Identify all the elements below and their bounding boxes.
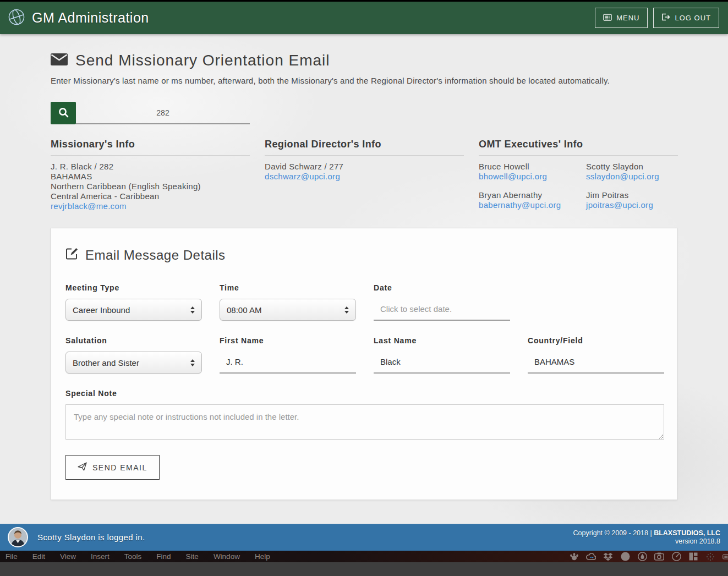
country-field-label: Country/Field [528,336,664,345]
omt-person-email-link[interactable]: bhowell@upci.org [479,172,547,181]
meeting-type-value: Career Inbound [73,305,130,315]
omt-person-email-link[interactable]: babernathy@upci.org [479,200,561,210]
bottom-gray-strip [0,562,728,576]
missionary-name-line: J. R. Black / 282 [51,162,250,172]
last-name-label: Last Name [374,336,510,345]
copyright-company: BLAXSTUDIOS, LLC [654,529,720,537]
meeting-type-select[interactable]: Career Inbound [65,299,202,321]
time-field: Time 08:00 AM [220,283,356,321]
os-menu-find[interactable]: Find [156,552,171,561]
missionary-info-lines: J. R. Black / 282 BAHAMAS Northern Carib… [51,162,250,211]
header-actions: MENU LOG OUT [595,8,719,28]
date-field: Date [374,283,510,321]
missionary-area-line: Central America - Caribbean [51,191,250,201]
paper-plane-icon [78,462,87,473]
missionary-region-line: Northern Caribbean (English Speaking) [51,182,250,191]
omt-person: Scotty Slaydon sslaydon@upci.org [586,162,678,182]
salutation-select[interactable]: Brother and Sister [65,352,202,374]
special-note-label: Special Note [65,389,664,398]
os-menu-window[interactable]: Window [214,552,240,561]
os-menu-insert[interactable]: Insert [91,552,110,561]
page-title: Send Missionary Orientation Email [51,52,677,69]
missionary-country-line: BAHAMAS [51,172,250,182]
missionary-email-link[interactable]: revjrblack@me.com [51,201,127,211]
salutation-label: Salutation [65,336,202,345]
omt-person-name: Bruce Howell [479,162,586,172]
time-select[interactable]: 08:00 AM [220,299,356,321]
select-arrows-icon [344,306,349,314]
circle-icon[interactable] [620,552,630,562]
brand: GM Administration [7,7,149,29]
omt-person-name: Scotty Slaydon [586,162,678,172]
last-name-input[interactable] [374,352,510,374]
missionary-info-section: Missionary's Info J. R. Black / 282 BAHA… [51,139,250,211]
logout-button[interactable]: LOG OUT [653,8,719,28]
os-menu-site[interactable]: Site [186,552,199,561]
window-tiles-icon[interactable] [688,552,698,562]
salutation-field: Salutation Brother and Sister [65,336,202,374]
dropbox-icon[interactable] [603,552,613,562]
os-menus: File Edit View Insert Tools Find Site Wi… [0,552,270,561]
omt-person-email-link[interactable]: jpoitras@upci.org [586,200,653,210]
paw-icon[interactable] [569,552,579,562]
select-arrows-icon [190,359,195,366]
regional-director-section: Regional Director's Info David Schwarz /… [265,139,464,211]
missionary-info-heading: Missionary's Info [51,139,250,156]
first-name-label: First Name [220,336,356,345]
os-menu-help[interactable]: Help [255,552,270,561]
os-menu-bar: File Edit View Insert Tools Find Site Wi… [0,551,728,562]
salutation-value: Brother and Sister [73,358,139,367]
sparkle-icon[interactable] [705,552,715,562]
date-input[interactable] [374,299,510,321]
search-input[interactable] [76,102,250,124]
first-name-field: First Name [220,336,356,374]
app-header: GM Administration MENU LOG OUT [0,2,728,34]
send-email-button[interactable]: SEND EMAIL [65,455,160,480]
email-details-panel: Email Message Details Meeting Type Caree… [51,228,677,500]
country-field-input[interactable] [528,352,664,374]
os-menu-tools[interactable]: Tools [124,552,142,561]
regional-director-lines: David Schwarz / 277 dschwarz@upci.org [265,162,464,182]
search-icon [58,107,69,120]
first-name-input[interactable] [220,352,356,374]
user-avatar [8,527,28,547]
search-button[interactable] [51,102,76,124]
logged-in-text: Scotty Slaydon is logged in. [37,533,145,542]
envelope-icon [51,52,68,69]
email-form: Meeting Type Career Inbound Time 08:00 A… [65,283,663,442]
omt-person-name: Bryan Abernathy [479,190,586,200]
edit-icon [65,247,79,264]
instructions-text: Enter Missionary's last name or ms numbe… [51,76,677,85]
battery-icon[interactable] [722,552,728,562]
time-value: 08:00 AM [227,305,261,315]
menu-list-icon [603,14,612,23]
send-email-label: SEND EMAIL [92,463,147,472]
regional-director-email-link[interactable]: dschwarz@upci.org [265,172,340,181]
omt-executives-grid: Bruce Howell bhowell@upci.org Scotty Sla… [479,162,678,210]
os-menu-view[interactable]: View [60,552,76,561]
omt-person: Bruce Howell bhowell@upci.org [479,162,586,182]
omt-person: Jim Poitras jpoitras@upci.org [586,190,678,210]
special-note-field: Special Note [65,389,664,442]
creative-cloud-icon[interactable] [586,552,596,562]
version-text: version 2018.8 [573,537,720,546]
date-label: Date [374,283,510,292]
omt-person: Bryan Abernathy babernathy@upci.org [479,190,586,210]
menu-button[interactable]: MENU [595,8,648,28]
globe-logo-icon [7,7,26,29]
meeting-type-field: Meeting Type Career Inbound [65,283,202,321]
special-note-textarea[interactable] [65,404,664,440]
omt-person-name: Jim Poitras [586,190,678,200]
country-field: Country/Field [528,336,664,374]
gauge-icon[interactable] [671,552,681,562]
os-menu-file[interactable]: File [6,552,18,561]
omt-person-email-link[interactable]: sslaydon@upci.org [586,172,659,181]
droplet-icon[interactable] [637,552,647,562]
os-menu-edit[interactable]: Edit [32,552,45,561]
omt-executives-heading: OMT Executives' Info [479,139,678,156]
page-content: Send Missionary Orientation Email Enter … [0,34,728,524]
copyright-prefix: Copyright © 2009 - 2018 | [573,529,654,537]
footer-copyright: Copyright © 2009 - 2018 | BLAXSTUDIOS, L… [573,529,720,546]
menu-button-label: MENU [616,14,639,22]
camera-icon[interactable] [654,552,664,562]
